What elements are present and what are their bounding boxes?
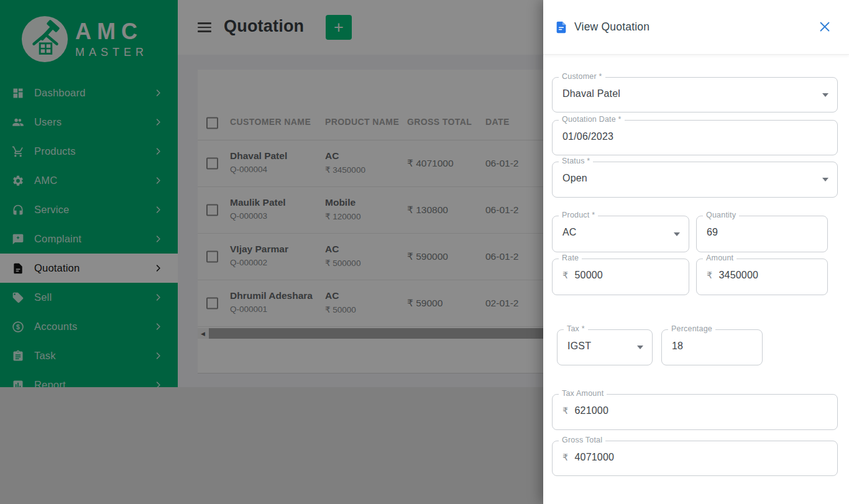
dropdown-arrow-icon xyxy=(822,93,828,97)
view-quotation-drawer: View Quotation Customer * Dhaval Patel Q… xyxy=(543,0,849,504)
customer-value: Dhaval Patel xyxy=(562,88,620,99)
rupee-symbol: ₹ xyxy=(562,270,568,280)
product-value: AC xyxy=(562,227,577,238)
dropdown-arrow-icon xyxy=(822,178,828,181)
drawer-title: View Quotation xyxy=(574,21,649,34)
tax-select[interactable]: Tax * IGST xyxy=(557,329,653,365)
amount-input[interactable]: Amount ₹3450000 xyxy=(696,259,828,295)
dropdown-arrow-icon xyxy=(637,346,643,349)
rate-input[interactable]: Rate ₹50000 xyxy=(552,259,689,295)
quantity-value: 69 xyxy=(707,227,718,238)
tax-amount-input[interactable]: Tax Amount ₹621000 xyxy=(552,394,838,430)
quotation-date-input[interactable]: Quotation Date * 01/06/2023 xyxy=(552,120,838,155)
rupee-symbol: ₹ xyxy=(562,452,568,462)
status-select[interactable]: Status * Open xyxy=(552,162,838,198)
tax-amount-value: 621000 xyxy=(574,405,608,416)
status-value: Open xyxy=(562,173,587,184)
rate-value: 50000 xyxy=(574,270,603,281)
close-icon[interactable] xyxy=(819,21,830,32)
percentage-input[interactable]: Percentage 18 xyxy=(661,329,763,365)
rupee-symbol: ₹ xyxy=(562,406,568,416)
quotation-document-icon xyxy=(554,20,568,35)
rupee-symbol: ₹ xyxy=(707,270,712,280)
customer-select[interactable]: Customer * Dhaval Patel xyxy=(552,77,838,112)
gross-total-value: 4071000 xyxy=(574,452,614,463)
percentage-value: 18 xyxy=(672,341,683,352)
product-select[interactable]: Product * AC xyxy=(552,216,689,252)
quantity-input[interactable]: Quantity 69 xyxy=(696,216,828,252)
tax-value: IGST xyxy=(567,341,591,352)
dropdown-arrow-icon xyxy=(674,232,680,236)
drawer-header: View Quotation xyxy=(543,0,849,55)
amount-value: 3450000 xyxy=(718,270,758,281)
app-root: AMC MASTER Dashboard Users Products xyxy=(0,0,849,504)
quotation-date-value: 01/06/2023 xyxy=(562,131,613,142)
gross-total-input[interactable]: Gross Total ₹4071000 xyxy=(552,441,838,476)
